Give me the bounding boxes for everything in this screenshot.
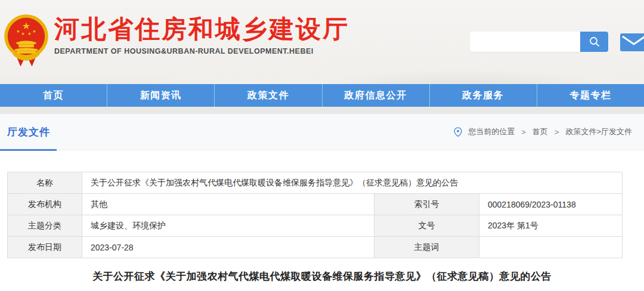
site-title-block: 河北省住房和城乡建设厅 DEPARTMENT OF HOUSING&URBAN-… <box>54 16 349 55</box>
breadcrumb-separator: > <box>555 128 559 137</box>
meta-value-doc-no: 2023年 第1号 <box>479 215 623 237</box>
breadcrumb-link-home[interactable]: 首页 <box>532 126 548 137</box>
site-title: 河北省住房和城乡建设厅 <box>54 16 349 42</box>
main-nav: 首页 新闻资讯 政策文件 政府信息公开 政务服务 专题专栏 <box>0 84 644 107</box>
breadcrumb-separator: > <box>521 128 526 137</box>
search-input[interactable] <box>470 32 580 52</box>
site-header: ★ ★ ★ ★ ★ 河北省住房和城乡建设厅 DEPARTMENT OF HOUS… <box>0 0 644 84</box>
section-title-underline <box>0 149 57 151</box>
meta-label-doc-no: 文号 <box>374 215 479 237</box>
nav-item-news[interactable]: 新闻资讯 <box>107 84 215 107</box>
nav-item-gov-info[interactable]: 政府信息公开 <box>323 84 430 107</box>
breadcrumb-label: 您当前的位置 <box>468 126 515 137</box>
search-button[interactable] <box>580 32 608 52</box>
nav-item-policy[interactable]: 政策文件 <box>215 84 322 107</box>
section-title: 厅发文件 <box>7 125 50 139</box>
svg-text:★: ★ <box>22 21 30 31</box>
national-emblem-logo: ★ ★ ★ ★ ★ <box>2 13 50 70</box>
meta-value-keywords <box>479 237 623 258</box>
meta-value-index-no: 000218069/2023-01138 <box>479 194 623 215</box>
meta-value-name: 关于公开征求《关于加强农村气代煤电代煤取暖设备维保服务指导意见》（征求意见稿）意… <box>82 172 623 194</box>
document-title: 关于公开征求《关于加强农村气代煤电代煤取暖设备维保服务指导意见》（征求意见稿）意… <box>0 270 644 283</box>
table-row: 主题分类 城乡建设、环境保护 文号 2023年 第1号 <box>8 215 623 237</box>
meta-label-pub-date: 发布日期 <box>8 237 82 258</box>
nav-item-home[interactable]: 首页 <box>0 84 107 107</box>
table-row: 发布日期 2023-07-28 主题词 <box>8 237 623 258</box>
svg-text:★: ★ <box>21 31 24 36</box>
meta-label-keywords: 主题词 <box>374 237 479 258</box>
nav-bottom-strip <box>0 107 644 114</box>
mail-icon[interactable] <box>620 33 644 51</box>
meta-value-category: 城乡建设、环境保护 <box>82 215 374 237</box>
document-meta-table: 名称 关于公开征求《关于加强农村气代煤电代煤取暖设备维保服务指导意见》（征求意见… <box>7 172 623 258</box>
svg-text:★: ★ <box>16 29 20 34</box>
meta-value-pub-date: 2023-07-28 <box>82 237 374 258</box>
nav-item-special[interactable]: 专题专栏 <box>537 84 644 107</box>
breadcrumb: 您当前的位置 > 首页 > 政策文件>厅发文件 <box>453 126 632 137</box>
nav-item-services[interactable]: 政务服务 <box>430 84 537 107</box>
table-row: 发布机构 其他 索引号 000218069/2023-01138 <box>8 194 623 215</box>
meta-label-issuer: 发布机构 <box>8 194 82 215</box>
table-row: 名称 关于公开征求《关于加强农村气代煤电代煤取暖设备维保服务指导意见》（征求意见… <box>8 172 623 194</box>
location-pin-icon <box>453 127 463 137</box>
meta-label-index-no: 索引号 <box>374 194 479 215</box>
meta-label-name: 名称 <box>8 172 82 194</box>
meta-label-category: 主题分类 <box>8 215 82 237</box>
svg-text:★: ★ <box>27 31 31 36</box>
search-icon <box>589 36 600 48</box>
breadcrumb-link-current[interactable]: 政策文件>厅发文件 <box>565 126 632 137</box>
svg-text:★: ★ <box>32 29 36 34</box>
breadcrumb-band: 厅发文件 您当前的位置 > 首页 > 政策文件>厅发文件 <box>0 114 644 150</box>
search-bar <box>470 32 608 52</box>
site-subtitle: DEPARTMENT OF HOUSING&URBAN-RURAL DEVELO… <box>54 47 349 55</box>
meta-value-issuer: 其他 <box>82 194 374 215</box>
